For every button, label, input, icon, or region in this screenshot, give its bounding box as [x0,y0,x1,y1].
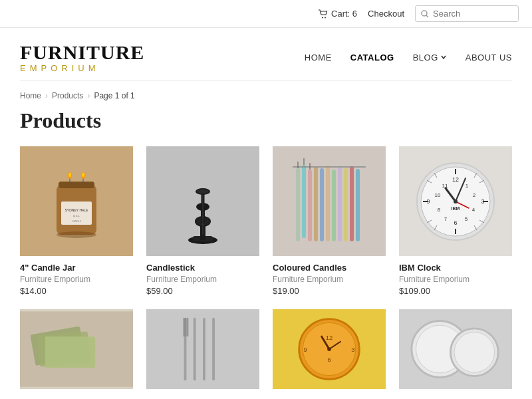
product-image-2 [273,146,386,256]
svg-text:CANDLE: CANDLE [72,220,82,223]
product-name-3: IBM Clock [399,263,512,273]
breadcrumb-current: Page 1 of 1 [94,91,134,100]
main-nav: HOME CATALOG BLOG ABOUT US [305,53,512,63]
product-price-1: $59.00 [146,286,259,296]
svg-rect-83 [212,318,215,380]
bottom-product-4-illustration [399,309,512,389]
logo-main: FURNITURE [20,41,144,63]
svg-rect-28 [202,195,203,235]
svg-text:12: 12 [452,176,459,183]
product-name-2: Coloured Candles [273,263,386,273]
svg-point-101 [454,332,494,372]
svg-point-96 [327,347,331,351]
svg-rect-39 [356,169,360,241]
svg-text:7: 7 [444,216,448,222]
product-vendor-0: Furniture Emporium [20,275,133,284]
product-card-bottom-3[interactable] [399,309,512,396]
bottom-product-2-illustration [146,309,259,389]
breadcrumb-sep-1: › [45,91,48,100]
chevron-down-icon [440,54,447,61]
product-card-1[interactable]: Candlestick Furniture Emporium $59.00 [146,146,259,296]
svg-rect-86 [187,318,188,336]
svg-text:9: 9 [426,198,430,205]
svg-point-1 [325,17,326,18]
svg-text:9: 9 [303,346,307,353]
svg-rect-29 [296,168,300,241]
top-bar: Cart: 6 Checkout [0,0,532,28]
svg-rect-33 [320,168,324,241]
svg-rect-82 [203,318,205,380]
checkout-link[interactable]: Checkout [368,9,404,19]
svg-rect-6 [59,182,94,188]
svg-text:12: 12 [326,334,333,341]
breadcrumb: Home › Products › Page 1 of 1 [0,80,532,103]
nav-blog[interactable]: BLOG [413,53,447,63]
nav-about[interactable]: ABOUT US [466,53,512,63]
header: FURNITURE EMPORIUM HOME CATALOG BLOG ABO… [0,28,532,80]
svg-rect-81 [194,318,196,380]
breadcrumb-products[interactable]: Products [52,91,83,100]
svg-point-0 [322,17,323,18]
product-vendor-3: Furniture Emporium [399,275,512,284]
svg-text:2: 2 [473,192,476,198]
svg-rect-84 [184,318,185,336]
svg-text:10: 10 [435,192,441,198]
svg-point-74 [454,200,458,203]
product-name-1: Candlestick [146,263,259,273]
svg-rect-78 [45,336,96,368]
product-card-bottom-2[interactable]: 12 6 9 3 [273,309,386,396]
product-price-2: $19.00 [273,286,386,296]
cart-link[interactable]: Cart: 6 [318,9,357,19]
product-price-3: $109.00 [399,286,512,296]
product-image-bottom-0 [20,309,133,389]
svg-point-2 [422,11,427,16]
svg-text:3: 3 [351,346,354,353]
svg-text:6: 6 [327,356,331,363]
product-grid-bottom: 12 6 9 3 [0,309,532,399]
nav-home[interactable]: HOME [305,53,332,63]
product-vendor-2: Furniture Emporium [273,275,386,284]
product-price-0: $14.00 [20,286,133,296]
svg-rect-85 [186,318,187,336]
svg-rect-31 [308,170,312,241]
candlestick-illustration [180,155,226,248]
search-icon [421,10,429,18]
product-card-bottom-1[interactable] [146,309,259,396]
product-image-bottom-1 [146,309,259,389]
svg-rect-34 [326,166,330,241]
nav-catalog[interactable]: CATALOG [350,53,394,63]
svg-rect-37 [344,168,348,241]
bottom-product-3-illustration: 12 6 9 3 [273,309,386,389]
svg-text:IBM: IBM [452,206,460,211]
breadcrumb-home[interactable]: Home [20,91,41,100]
product-name-0: 4" Candle Jar [20,263,133,273]
product-card-2[interactable]: Coloured Candles Furniture Emporium $19.… [273,146,386,296]
product-image-bottom-3 [399,309,512,389]
cart-icon [318,9,329,19]
svg-text:4: 4 [472,207,475,213]
product-vendor-1: Furniture Emporium [146,275,259,284]
search-input[interactable] [433,9,513,19]
svg-line-3 [426,15,428,17]
svg-point-17 [57,231,96,238]
svg-rect-38 [350,166,354,241]
logo[interactable]: FURNITURE EMPORIUM [20,41,144,73]
product-image-0: SYDNEY HALE & Co. CANDLE [20,146,133,256]
cart-label: Cart: 6 [331,9,357,19]
svg-text:5: 5 [465,216,468,222]
svg-point-27 [197,189,209,194]
svg-rect-32 [314,167,318,241]
svg-rect-35 [332,170,336,241]
page-title: Products [0,103,532,146]
svg-text:1: 1 [466,183,469,189]
clock-illustration: 12 6 9 3 11 1 10 2 8 4 7 5 IBM [412,158,499,245]
product-card-0[interactable]: SYDNEY HALE & Co. CANDLE 4" Candle Jar F… [20,146,133,296]
logo-sub: EMPORIUM [20,63,144,73]
product-card-3[interactable]: 12 6 9 3 11 1 10 2 8 4 7 5 IBM [399,146,512,296]
search-box[interactable] [415,5,519,22]
product-image-bottom-2: 12 6 9 3 [273,309,386,389]
product-card-bottom-0[interactable] [20,309,133,396]
svg-text:& Co.: & Co. [73,214,80,217]
svg-rect-36 [338,168,342,241]
svg-text:6: 6 [454,219,457,226]
